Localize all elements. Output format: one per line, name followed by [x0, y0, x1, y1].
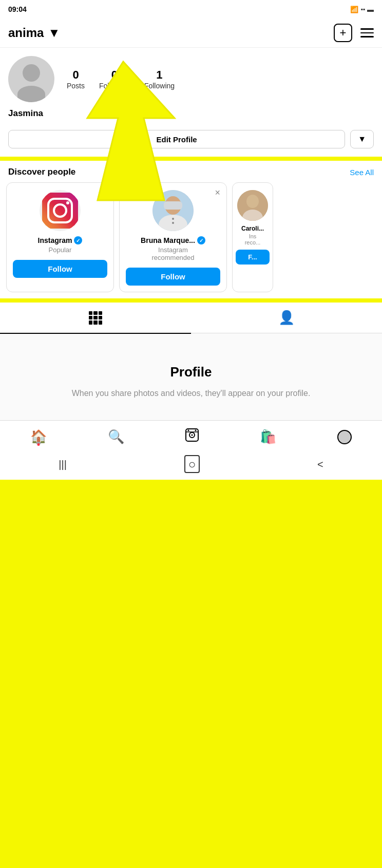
discover-card-caroli-partial: Caroli... Insreco... F... [232, 182, 273, 292]
discover-card-bruna: × [119, 182, 227, 292]
follow-bruna-button[interactable]: Follow [126, 268, 220, 286]
bruna-card-name: Bruna Marque... [141, 236, 195, 244]
add-post-button[interactable]: + [334, 24, 352, 42]
instagram-avatar [40, 190, 81, 231]
android-back-button[interactable]: < [317, 459, 323, 470]
see-all-button[interactable]: See All [350, 168, 374, 177]
follow-caroli-button[interactable]: F... [236, 250, 270, 265]
svg-point-5 [66, 201, 69, 204]
hamburger-icon [360, 28, 374, 37]
bruna-name-row: Bruna Marque... ✓ [141, 236, 205, 244]
avatar-body [17, 86, 45, 102]
avatar-container [8, 56, 54, 102]
header-right: + [334, 24, 374, 42]
status-time: 09:04 [8, 5, 27, 13]
instagram-verified-badge: ✓ [74, 236, 82, 244]
avatar-person-icon [8, 56, 54, 102]
instagram-name-row: Instagram ✓ [38, 236, 83, 244]
followers-count: 0 [111, 68, 118, 82]
discover-title: Discover people [8, 167, 75, 177]
android-recent-button[interactable]: ||| [59, 459, 67, 470]
signal-icon: 📶 [350, 6, 358, 13]
reels-icon [185, 428, 199, 446]
wifi-icon: ▪▪ [360, 6, 365, 13]
nav-reels-button[interactable] [181, 426, 203, 448]
profile-stats: 0 Posts 0 Followers 1 Following [67, 68, 374, 90]
posts-count: 0 [72, 68, 79, 82]
profile-empty-state: Profile When you share photos and videos… [0, 333, 382, 420]
svg-point-19 [187, 430, 189, 431]
tab-tagged[interactable]: 👤 [191, 303, 382, 333]
home-icon: 🏠 [30, 429, 47, 445]
close-card-bruna-button[interactable]: × [215, 188, 220, 197]
avatar-head [23, 64, 40, 82]
grid-icon [89, 311, 102, 325]
bottom-nav: 🏠 🔍 🛍️ [0, 420, 382, 451]
shop-icon: 🛍️ [260, 429, 276, 445]
posts-label: Posts [67, 82, 85, 90]
avatar [8, 56, 54, 102]
add-icon: + [334, 24, 352, 42]
bruna-avatar-icon [152, 190, 194, 231]
edit-profile-button[interactable]: Edit Profile [8, 130, 345, 148]
username-label: anima [8, 26, 44, 40]
header-left: anima ▼ [8, 26, 60, 40]
recent-apps-icon: ||| [59, 459, 67, 470]
following-stat[interactable]: 1 Following [144, 68, 175, 90]
notification-dot [37, 443, 40, 446]
status-bar: 09:04 📶 ▪▪ ▬ [0, 0, 382, 18]
svg-point-11 [172, 222, 174, 224]
tab-grid[interactable] [0, 303, 191, 333]
tagged-icon: 👤 [278, 310, 295, 326]
followers-stat[interactable]: 0 Followers [99, 68, 130, 90]
bruna-avatar [152, 190, 194, 231]
caroli-avatar [237, 190, 268, 221]
nav-shop-button[interactable]: 🛍️ [256, 427, 280, 447]
chevron-down-icon: ▼ [48, 26, 60, 40]
caroli-card-subtitle: Insreco... [245, 233, 261, 246]
svg-rect-9 [164, 201, 182, 210]
search-icon: 🔍 [108, 429, 124, 445]
username-dropdown-button[interactable]: ▼ [48, 26, 60, 40]
bruna-card-subtitle: Instagramrecommended [151, 246, 194, 261]
phone-wrapper: 09:04 📶 ▪▪ ▬ anima ▼ + [0, 0, 382, 868]
android-back-icon: < [317, 459, 323, 470]
svg-point-13 [246, 195, 259, 208]
android-home-icon: ○ [184, 455, 200, 473]
posts-stat[interactable]: 0 Posts [67, 68, 85, 90]
discover-section: Discover people See All × [0, 161, 382, 298]
instagram-card-subtitle: Popular [49, 246, 72, 254]
profile-name: Jasmina [8, 108, 374, 119]
discover-header: Discover people See All [0, 167, 382, 182]
android-nav: ||| ○ < [0, 451, 382, 480]
nav-home-button[interactable]: 🏠 [26, 427, 51, 447]
edit-profile-row: Edit Profile ▼ [0, 125, 382, 157]
nav-profile-avatar [337, 430, 352, 444]
close-card-instagram-button[interactable]: × [102, 188, 107, 197]
nav-search-button[interactable]: 🔍 [104, 427, 128, 447]
menu-button[interactable] [360, 28, 374, 37]
svg-point-17 [191, 435, 193, 436]
android-home-button[interactable]: ○ [184, 457, 200, 471]
caroli-avatar-icon [237, 190, 268, 221]
header: anima ▼ + [0, 18, 382, 48]
profile-empty-text: When you share photos and videos, they'l… [21, 387, 361, 400]
follow-instagram-button[interactable]: Follow [13, 260, 107, 278]
followers-label: Followers [99, 82, 130, 90]
instagram-logo-icon [42, 193, 78, 229]
following-label: Following [144, 82, 175, 90]
status-icons: 📶 ▪▪ ▬ [350, 6, 374, 13]
instagram-card-name: Instagram [38, 236, 72, 244]
following-count: 1 [156, 68, 162, 82]
svg-point-10 [172, 218, 174, 220]
bruna-verified-badge: ✓ [197, 236, 205, 244]
nav-profile-button[interactable] [333, 428, 356, 446]
svg-point-20 [195, 430, 196, 431]
discover-cards-container: × [0, 182, 382, 298]
battery-icon: ▬ [367, 6, 374, 13]
profile-options-dropdown[interactable]: ▼ [350, 130, 374, 148]
caroli-card-name: Caroli... [241, 225, 264, 232]
profile-section: 0 Posts 0 Followers 1 Following Jasmina [0, 48, 382, 125]
tabs-section: 👤 [0, 303, 382, 333]
profile-top: 0 Posts 0 Followers 1 Following [8, 56, 374, 102]
